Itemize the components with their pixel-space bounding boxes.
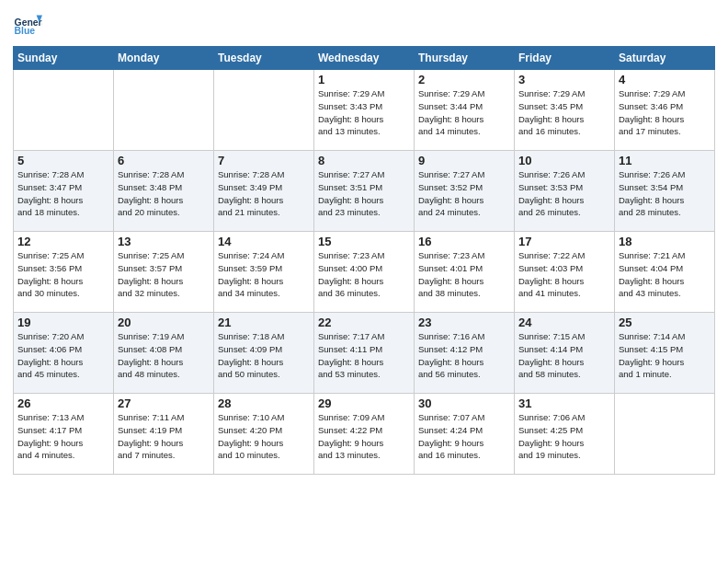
day-info: Sunrise: 7:09 AM Sunset: 4:22 PM Dayligh… — [318, 411, 410, 462]
day-number: 3 — [518, 73, 610, 86]
day-info: Sunrise: 7:24 AM Sunset: 3:59 PM Dayligh… — [218, 249, 310, 300]
day-info: Sunrise: 7:29 AM Sunset: 3:45 PM Dayligh… — [518, 87, 610, 138]
day-number: 15 — [318, 235, 410, 248]
weekday-header-row: SundayMondayTuesdayWednesdayThursdayFrid… — [14, 47, 715, 70]
day-number: 31 — [518, 396, 610, 410]
day-number: 6 — [118, 154, 210, 167]
page-header: General Blue — [13, 9, 715, 39]
day-number: 2 — [418, 73, 510, 86]
day-cell: 21Sunrise: 7:18 AM Sunset: 4:09 PM Dayli… — [214, 313, 314, 394]
day-info: Sunrise: 7:25 AM Sunset: 3:57 PM Dayligh… — [118, 249, 210, 300]
week-row-1: 1Sunrise: 7:29 AM Sunset: 3:43 PM Daylig… — [14, 70, 715, 151]
day-cell: 4Sunrise: 7:29 AM Sunset: 3:46 PM Daylig… — [615, 70, 715, 151]
day-cell: 25Sunrise: 7:14 AM Sunset: 4:15 PM Dayli… — [615, 313, 715, 394]
day-info: Sunrise: 7:29 AM Sunset: 3:43 PM Dayligh… — [318, 87, 410, 138]
day-cell: 27Sunrise: 7:11 AM Sunset: 4:19 PM Dayli… — [114, 394, 214, 475]
day-cell: 9Sunrise: 7:27 AM Sunset: 3:52 PM Daylig… — [415, 151, 515, 232]
day-cell: 3Sunrise: 7:29 AM Sunset: 3:45 PM Daylig… — [515, 70, 615, 151]
day-info: Sunrise: 7:07 AM Sunset: 4:24 PM Dayligh… — [418, 411, 510, 462]
day-cell: 2Sunrise: 7:29 AM Sunset: 3:44 PM Daylig… — [415, 70, 515, 151]
day-number: 26 — [17, 396, 109, 410]
day-cell — [14, 70, 114, 151]
day-cell: 16Sunrise: 7:23 AM Sunset: 4:01 PM Dayli… — [415, 232, 515, 313]
day-info: Sunrise: 7:28 AM Sunset: 3:49 PM Dayligh… — [218, 168, 310, 219]
day-info: Sunrise: 7:15 AM Sunset: 4:14 PM Dayligh… — [518, 330, 610, 381]
day-cell: 5Sunrise: 7:28 AM Sunset: 3:47 PM Daylig… — [14, 151, 114, 232]
day-number: 17 — [518, 235, 610, 248]
day-info: Sunrise: 7:17 AM Sunset: 4:11 PM Dayligh… — [318, 330, 410, 381]
day-info: Sunrise: 7:14 AM Sunset: 4:15 PM Dayligh… — [619, 330, 711, 381]
day-info: Sunrise: 7:26 AM Sunset: 3:53 PM Dayligh… — [518, 168, 610, 219]
day-cell — [615, 394, 715, 475]
day-cell: 7Sunrise: 7:28 AM Sunset: 3:49 PM Daylig… — [214, 151, 314, 232]
day-cell: 1Sunrise: 7:29 AM Sunset: 3:43 PM Daylig… — [314, 70, 415, 151]
day-number: 16 — [418, 235, 510, 248]
day-cell — [114, 70, 214, 151]
day-number: 14 — [218, 235, 310, 248]
day-info: Sunrise: 7:20 AM Sunset: 4:06 PM Dayligh… — [17, 330, 109, 381]
day-number: 19 — [17, 316, 109, 329]
day-number: 24 — [518, 316, 610, 329]
day-cell: 18Sunrise: 7:21 AM Sunset: 4:04 PM Dayli… — [615, 232, 715, 313]
logo: General Blue — [13, 9, 42, 39]
day-cell: 17Sunrise: 7:22 AM Sunset: 4:03 PM Dayli… — [515, 232, 615, 313]
day-number: 28 — [218, 396, 310, 410]
day-number: 9 — [418, 154, 510, 167]
day-info: Sunrise: 7:25 AM Sunset: 3:56 PM Dayligh… — [17, 249, 109, 300]
day-number: 13 — [118, 235, 210, 248]
day-info: Sunrise: 7:11 AM Sunset: 4:19 PM Dayligh… — [118, 411, 210, 462]
day-number: 27 — [118, 396, 210, 410]
day-cell: 31Sunrise: 7:06 AM Sunset: 4:25 PM Dayli… — [515, 394, 615, 475]
weekday-header-tuesday: Tuesday — [214, 47, 314, 70]
day-cell: 26Sunrise: 7:13 AM Sunset: 4:17 PM Dayli… — [14, 394, 114, 475]
week-row-5: 26Sunrise: 7:13 AM Sunset: 4:17 PM Dayli… — [14, 394, 715, 475]
day-cell: 23Sunrise: 7:16 AM Sunset: 4:12 PM Dayli… — [415, 313, 515, 394]
day-number: 11 — [619, 154, 711, 167]
day-cell: 11Sunrise: 7:26 AM Sunset: 3:54 PM Dayli… — [615, 151, 715, 232]
svg-text:Blue: Blue — [15, 26, 36, 36]
day-info: Sunrise: 7:21 AM Sunset: 4:04 PM Dayligh… — [619, 249, 711, 300]
day-info: Sunrise: 7:27 AM Sunset: 3:51 PM Dayligh… — [318, 168, 410, 219]
day-number: 8 — [318, 154, 410, 167]
day-cell: 20Sunrise: 7:19 AM Sunset: 4:08 PM Dayli… — [114, 313, 214, 394]
day-cell: 8Sunrise: 7:27 AM Sunset: 3:51 PM Daylig… — [314, 151, 415, 232]
day-number: 20 — [118, 316, 210, 329]
week-row-4: 19Sunrise: 7:20 AM Sunset: 4:06 PM Dayli… — [14, 313, 715, 394]
day-info: Sunrise: 7:28 AM Sunset: 3:47 PM Dayligh… — [17, 168, 109, 219]
day-cell: 30Sunrise: 7:07 AM Sunset: 4:24 PM Dayli… — [415, 394, 515, 475]
day-info: Sunrise: 7:29 AM Sunset: 3:46 PM Dayligh… — [619, 87, 711, 138]
day-info: Sunrise: 7:28 AM Sunset: 3:48 PM Dayligh… — [118, 168, 210, 219]
day-info: Sunrise: 7:10 AM Sunset: 4:20 PM Dayligh… — [218, 411, 310, 462]
weekday-header-monday: Monday — [114, 47, 214, 70]
day-info: Sunrise: 7:19 AM Sunset: 4:08 PM Dayligh… — [118, 330, 210, 381]
week-row-3: 12Sunrise: 7:25 AM Sunset: 3:56 PM Dayli… — [14, 232, 715, 313]
day-number: 29 — [318, 396, 410, 410]
day-cell: 28Sunrise: 7:10 AM Sunset: 4:20 PM Dayli… — [214, 394, 314, 475]
calendar: SundayMondayTuesdayWednesdayThursdayFrid… — [13, 46, 715, 475]
day-cell: 12Sunrise: 7:25 AM Sunset: 3:56 PM Dayli… — [14, 232, 114, 313]
day-number: 22 — [318, 316, 410, 329]
day-info: Sunrise: 7:23 AM Sunset: 4:00 PM Dayligh… — [318, 249, 410, 300]
day-info: Sunrise: 7:29 AM Sunset: 3:44 PM Dayligh… — [418, 87, 510, 138]
day-number: 7 — [218, 154, 310, 167]
day-info: Sunrise: 7:22 AM Sunset: 4:03 PM Dayligh… — [518, 249, 610, 300]
day-cell: 6Sunrise: 7:28 AM Sunset: 3:48 PM Daylig… — [114, 151, 214, 232]
day-number: 25 — [619, 316, 711, 329]
day-cell: 10Sunrise: 7:26 AM Sunset: 3:53 PM Dayli… — [515, 151, 615, 232]
day-info: Sunrise: 7:18 AM Sunset: 4:09 PM Dayligh… — [218, 330, 310, 381]
day-cell: 29Sunrise: 7:09 AM Sunset: 4:22 PM Dayli… — [314, 394, 415, 475]
day-number: 10 — [518, 154, 610, 167]
day-cell: 24Sunrise: 7:15 AM Sunset: 4:14 PM Dayli… — [515, 313, 615, 394]
day-cell: 14Sunrise: 7:24 AM Sunset: 3:59 PM Dayli… — [214, 232, 314, 313]
day-number: 12 — [17, 235, 109, 248]
day-info: Sunrise: 7:06 AM Sunset: 4:25 PM Dayligh… — [518, 411, 610, 462]
day-number: 21 — [218, 316, 310, 329]
weekday-header-saturday: Saturday — [615, 47, 715, 70]
day-info: Sunrise: 7:16 AM Sunset: 4:12 PM Dayligh… — [418, 330, 510, 381]
weekday-header-sunday: Sunday — [14, 47, 114, 70]
day-number: 1 — [318, 73, 410, 86]
day-cell: 15Sunrise: 7:23 AM Sunset: 4:00 PM Dayli… — [314, 232, 415, 313]
day-number: 30 — [418, 396, 510, 410]
logo-icon: General Blue — [13, 9, 42, 39]
day-number: 4 — [619, 73, 711, 86]
